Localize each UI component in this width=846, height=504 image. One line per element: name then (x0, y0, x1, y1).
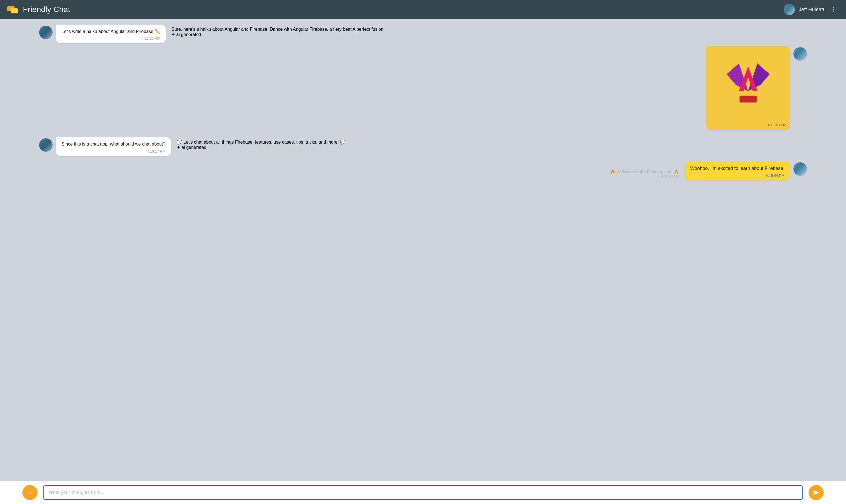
message-input[interactable] (43, 485, 803, 500)
user-name-header: Jeff Huleatt (799, 7, 824, 13)
image-time: 4:16:48 PM (768, 123, 787, 127)
avatar (39, 26, 53, 39)
ai-response: 💬 Let's chat about all things Firebase: … (171, 137, 807, 150)
add-button[interactable]: + (22, 485, 37, 500)
outgoing-bubble-row: Woohoo, I'm excited to learn about Fireb… (685, 161, 807, 180)
avatar (39, 138, 53, 152)
ai-center-row: 🔥 Welcome to the Firebase fam! 🔥 ✦ ai ge… (39, 169, 685, 180)
app-header: Friendly Chat Jeff Huleatt ⋮ (0, 0, 846, 19)
message-input-area: + (0, 481, 846, 504)
message-text: Woohoo, I'm excited to learn about Fireb… (690, 165, 785, 172)
incoming-message-3: Since this is a chat app, what should we… (39, 137, 171, 156)
message-text: Since this is a chat app, what should we… (61, 141, 165, 147)
avatar (793, 162, 807, 176)
ai-badge: ✦ ai generated (177, 145, 807, 150)
message-text: Let's write a haiku about Angular and Fi… (61, 29, 160, 35)
send-icon (812, 489, 820, 496)
ai-center-text: 🔥 Welcome to the Firebase fam! 🔥 (610, 169, 679, 174)
message-row: Since this is a chat app, what should we… (39, 137, 807, 156)
incoming-message-1: Let's write a haiku about Angular and Fi… (39, 24, 166, 43)
message-time: 4:16:17 PM (61, 149, 165, 154)
header-right: Jeff Huleatt ⋮ (784, 4, 839, 15)
ai-response-text: 💬 Let's chat about all things Firebase: … (177, 139, 807, 145)
angular-logo (717, 57, 779, 119)
ai-badge: ✦ ai generated (171, 32, 807, 37)
header-left: Friendly Chat (7, 3, 70, 16)
app-title: Friendly Chat (23, 5, 70, 14)
message-row: Let's write a haiku about Angular and Fi… (39, 24, 807, 43)
ai-response: Sure, here's a haiku about Angular and F… (166, 24, 807, 37)
svg-marker-7 (813, 492, 819, 495)
bubble-incoming: Let's write a haiku about Angular and Fi… (56, 24, 166, 43)
ai-center-badge: ✦ ai generated (656, 174, 679, 178)
svg-rect-1 (11, 8, 18, 13)
message-row-image: 4:16:48 PM (39, 46, 807, 130)
ai-response-text: Sure, here's a haiku about Angular and F… (171, 27, 807, 32)
send-button[interactable] (809, 485, 824, 500)
message-time: 4:17:25 PM (61, 36, 160, 40)
user-avatar-header (784, 4, 795, 15)
bubble-outgoing: Woohoo, I'm excited to learn about Fireb… (685, 161, 790, 180)
app-logo-icon (7, 3, 19, 16)
bubble-image: 4:16:48 PM (706, 46, 790, 130)
bubble-incoming: Since this is a chat app, what should we… (56, 137, 171, 156)
chat-area: Let's write a haiku about Angular and Fi… (0, 19, 846, 481)
svg-rect-5 (739, 96, 757, 103)
add-icon: + (28, 489, 32, 496)
menu-button[interactable]: ⋮ (828, 4, 839, 15)
avatar (793, 47, 807, 61)
message-time: 4:15:44 PM (690, 174, 785, 178)
message-row-outgoing: 🔥 Welcome to the Firebase fam! 🔥 ✦ ai ge… (39, 161, 807, 180)
